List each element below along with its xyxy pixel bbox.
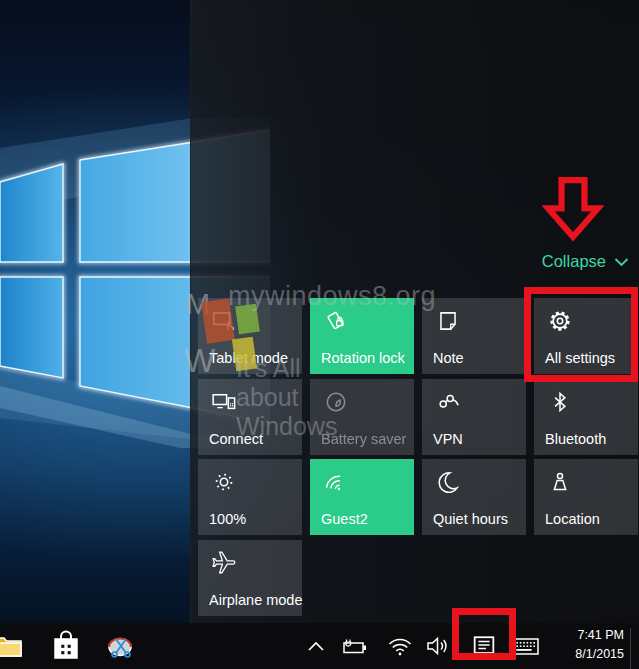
bluetooth-icon [547,389,573,415]
tile-rotation-lock[interactable]: Rotation lock [310,298,414,374]
tile-label: Bluetooth [545,431,606,447]
tile-label: Note [433,350,464,366]
collapse-button[interactable]: Collapse [542,252,629,271]
quiet-hours-moon-icon [435,469,461,495]
tile-label: Guest2 [321,511,368,527]
chevron-up-icon[interactable] [300,623,332,669]
clock-time: 7:41 PM [552,626,624,645]
tile-label: Tablet mode [209,350,288,366]
tile-label: 100% [209,511,246,527]
tile-battery-saver[interactable]: Battery saver [310,379,414,455]
location-icon [547,469,573,495]
tile-vpn[interactable]: VPN [422,379,526,455]
tile-note[interactable]: Note [422,298,526,374]
tile-location[interactable]: Location [534,459,638,535]
action-center-panel: Collapse Tablet mode [190,0,639,623]
tile-tablet-mode[interactable]: Tablet mode [198,298,302,374]
wifi-icon[interactable] [384,623,416,669]
wifi-icon [323,469,349,495]
store-icon[interactable] [48,623,84,669]
keyboard-icon[interactable] [506,623,542,669]
taskbar [0,623,639,669]
vpn-icon [435,389,461,415]
file-explorer-icon[interactable] [0,623,25,669]
collapse-label: Collapse [542,252,606,271]
tile-connect[interactable]: Connect [198,379,302,455]
action-center-icon[interactable] [468,623,500,669]
tile-bluetooth[interactable]: Bluetooth [534,379,638,455]
tile-all-settings[interactable]: All settings [534,298,638,374]
tile-label: Location [545,511,600,527]
airplane-icon [211,550,237,576]
tile-label: Rotation lock [321,350,405,366]
tile-brightness[interactable]: 100% [198,459,302,535]
connect-icon [211,389,237,415]
tile-label: Airplane mode [209,592,303,608]
tablet-mode-icon [211,308,237,334]
clock-date: 8/1/2015 [552,645,624,664]
show-desktop-separator[interactable] [630,628,631,669]
battery-charging-icon[interactable] [338,623,372,669]
brightness-icon [211,469,237,495]
tile-label: VPN [433,431,463,447]
tile-label: Connect [209,431,263,447]
battery-saver-icon [323,389,349,415]
chevron-down-icon [614,257,629,267]
tile-label: Quiet hours [433,511,508,527]
rotation-lock-icon [323,308,349,334]
tile-label: Battery saver [321,431,406,447]
tile-wifi-guest2[interactable]: Guest2 [310,459,414,535]
tile-airplane-mode[interactable]: Airplane mode [198,540,302,616]
snipping-tool-icon[interactable] [102,623,142,669]
tile-quiet-hours[interactable]: Quiet hours [422,459,526,535]
quick-actions-grid: Tablet mode Rotation lock Note [198,298,638,616]
note-icon [435,308,461,334]
all-settings-gear-icon [547,308,573,334]
volume-icon[interactable] [422,623,454,669]
tile-label: All settings [545,350,615,366]
taskbar-clock[interactable]: 7:41 PM 8/1/2015 [552,626,624,666]
screen: Collapse Tablet mode [0,0,639,669]
